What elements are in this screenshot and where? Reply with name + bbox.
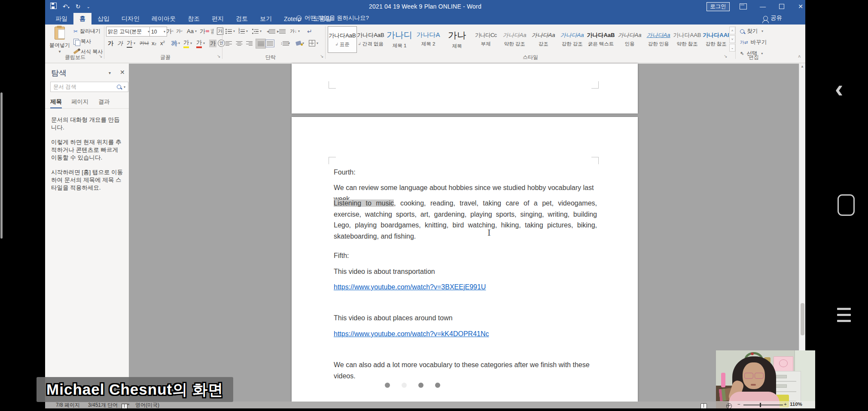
tab-디자인[interactable]: 디자인 xyxy=(116,13,146,25)
search-dropdown-icon[interactable]: ▾ xyxy=(124,85,125,89)
proofing-status-icon[interactable] xyxy=(122,404,128,408)
tab-레이아웃[interactable]: 레이아웃 xyxy=(146,13,182,25)
justify-button[interactable] xyxy=(256,39,266,49)
style-강한 참조[interactable]: 가나다AAI강한 참조 xyxy=(702,26,730,52)
phonetic-guide-button[interactable]: 내천 xyxy=(211,27,214,36)
multilevel-list-button[interactable]: ▾ xyxy=(252,27,262,36)
align-right-button[interactable] xyxy=(246,39,253,48)
style-제목[interactable]: 가나제목 xyxy=(443,26,471,52)
youtube-link[interactable]: https://www.youtube.com/watch?v=3BXEEjE9… xyxy=(334,283,486,291)
tab-편지[interactable]: 편지 xyxy=(206,13,230,25)
paste-button[interactable]: 붙여넣기 ▾ xyxy=(49,27,71,58)
font-name-select[interactable]: 맑은 고딕(본문▾ xyxy=(106,27,151,37)
shrink-font-button[interactable]: 가˅ xyxy=(176,27,183,36)
scrollbar-thumb[interactable] xyxy=(801,303,804,335)
copy-button[interactable]: 복사 xyxy=(73,38,91,45)
close-icon[interactable]: ✕ xyxy=(794,0,805,13)
zoom-slider-track[interactable] xyxy=(743,405,783,405)
sort-button[interactable]: 가↓▾ xyxy=(290,27,300,36)
underline-button[interactable]: 가▾ xyxy=(127,39,135,48)
share-button[interactable]: 공유 xyxy=(763,14,782,22)
document-canvas[interactable]: Fourth:We can review some language about… xyxy=(129,64,799,402)
decrease-indent-button[interactable]: ◂ xyxy=(267,27,273,36)
style-강한 인용[interactable]: 가나다Aa강한 인용 xyxy=(644,26,673,52)
document-page-current[interactable]: Fourth:We can review some language about… xyxy=(292,117,638,402)
navpane-tab-제목[interactable]: 제목 xyxy=(50,98,62,109)
zoom-in-icon[interactable]: + xyxy=(784,402,787,407)
web-layout-icon[interactable] xyxy=(726,403,732,408)
style-약한 강조[interactable]: 가나다Aa약한 강조 xyxy=(500,26,529,52)
styles-scroll-down-icon[interactable]: ˅ xyxy=(729,35,735,43)
styles-scroll-up-icon[interactable]: ˄ xyxy=(729,27,735,34)
cut-button[interactable]: ✂ 잘라내기 xyxy=(73,28,101,35)
text-effects-button[interactable]: 가▾ xyxy=(171,39,180,48)
distribute-button[interactable] xyxy=(267,39,273,48)
strikethrough-button[interactable]: 가나 xyxy=(140,39,149,48)
restore-icon[interactable] xyxy=(775,0,788,13)
tab-삽입[interactable]: 삽입 xyxy=(91,13,116,25)
enclose-characters-button[interactable]: 인 xyxy=(218,39,225,48)
highlight-button[interactable]: 가▾ xyxy=(183,39,192,48)
replace-button[interactable]: 가⇄ 바꾸기 xyxy=(740,39,767,46)
font-color-button[interactable]: 가▾ xyxy=(196,39,205,48)
language-indicator[interactable]: 영어(미국) xyxy=(135,402,159,409)
zoom-level[interactable]: 110% xyxy=(790,402,802,407)
tab-파일[interactable]: 파일 xyxy=(49,13,73,25)
youtube-link[interactable]: https://www.youtube.com/watch?v=kK4DOPR4… xyxy=(334,330,489,337)
tell-me-box[interactable]: 어떤 작업을 원하시나요? xyxy=(296,14,369,22)
italic-button[interactable]: 가 xyxy=(117,39,123,48)
collapse-ribbon-icon[interactable]: ˄ xyxy=(798,54,801,59)
style-표준[interactable]: 가나다AaB↲표준 xyxy=(328,26,357,53)
increase-indent-button[interactable]: ▸ xyxy=(277,27,283,36)
numbering-button[interactable]: 123▾ xyxy=(238,27,248,36)
font-size-select[interactable]: 10▾ xyxy=(149,27,167,37)
style-간격 없음[interactable]: 가나다AaB↲간격 없음 xyxy=(356,26,385,52)
navigation-pane-dropdown-icon[interactable]: ▾ xyxy=(109,71,111,75)
character-shading-button[interactable]: 가 xyxy=(209,39,216,48)
find-button[interactable]: 찾기▾ xyxy=(740,28,763,35)
navpane-tab-페이지[interactable]: 페이지 xyxy=(71,98,89,109)
side-drag-handle[interactable] xyxy=(0,92,3,239)
style-굵은 텍스트[interactable]: 가나다AaB굵은 텍스트 xyxy=(587,26,615,52)
zoom-out-icon[interactable]: − xyxy=(737,402,740,407)
tab-참조[interactable]: 참조 xyxy=(182,13,206,25)
style-인용[interactable]: 가나다Aa인용 xyxy=(615,26,644,52)
login-button[interactable]: 로그인 xyxy=(707,2,730,11)
bullets-button[interactable]: ▾ xyxy=(225,27,235,36)
style-강조[interactable]: 가나다Aa강조 xyxy=(529,26,557,52)
style-강한 강조[interactable]: 가나다Aa강한 강조 xyxy=(558,26,586,52)
clear-formatting-button[interactable]: 가 xyxy=(200,27,209,36)
zoom-slider-thumb[interactable] xyxy=(760,403,761,407)
minimize-icon[interactable]: — xyxy=(756,0,769,13)
style-부제[interactable]: 가나다Cc부제 xyxy=(472,26,500,52)
subscript-button[interactable]: x2 xyxy=(152,39,156,48)
shading-button[interactable]: ▾ xyxy=(296,39,304,48)
read-mode-icon[interactable] xyxy=(700,403,707,409)
rounded-square-icon[interactable] xyxy=(838,194,855,216)
word-count[interactable]: 3/451개 단어 xyxy=(88,402,118,409)
align-center-button[interactable] xyxy=(236,39,242,48)
document-search-input[interactable]: 문서 검색 ▾ xyxy=(50,82,128,92)
change-case-button[interactable]: Aa▾ xyxy=(187,27,197,36)
paragraph-dialog-launcher-icon[interactable]: ↘ xyxy=(320,54,323,58)
ribbon-display-options-icon[interactable] xyxy=(737,0,749,13)
page-indicator[interactable]: 7/8 페이지 xyxy=(56,402,80,409)
tab-보기[interactable]: 보기 xyxy=(254,13,278,25)
menu-bars-icon[interactable] xyxy=(837,308,851,326)
styles-dialog-launcher-icon[interactable]: ↘ xyxy=(724,54,727,58)
show-paragraph-marks-button[interactable]: ↵ xyxy=(307,27,312,36)
borders-button[interactable]: ▾ xyxy=(309,39,318,48)
line-spacing-button[interactable]: ↕▾ xyxy=(280,39,290,48)
style-제목 1[interactable]: 가나디제목 1 xyxy=(385,26,414,52)
document-page-previous[interactable] xyxy=(292,64,638,113)
back-chevron-icon[interactable]: ‹ xyxy=(835,74,843,103)
grow-font-button[interactable]: 가˄ xyxy=(166,27,174,36)
font-dialog-launcher-icon[interactable]: ↘ xyxy=(217,54,220,58)
bold-button[interactable]: 가 xyxy=(108,39,113,48)
align-left-button[interactable] xyxy=(225,39,232,48)
styles-gallery-expand-icon[interactable]: ⌄ xyxy=(729,44,735,52)
navigation-pane-close-icon[interactable]: ✕ xyxy=(120,69,125,76)
style-제목 2[interactable]: 가나다A제목 2 xyxy=(414,26,442,52)
clipboard-dialog-launcher-icon[interactable]: ↘ xyxy=(99,54,102,58)
navpane-tab-결과[interactable]: 결과 xyxy=(98,98,110,109)
